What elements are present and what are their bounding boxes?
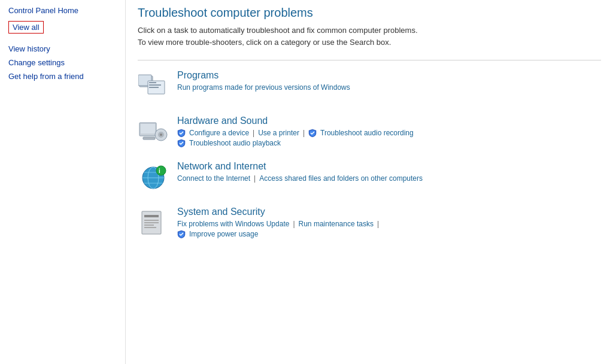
svg-rect-5 [149, 87, 159, 88]
shield-power-icon [177, 230, 186, 238]
page-title: Troubleshoot computer problems [138, 6, 601, 20]
system-security-links: Fix problems with Windows Update | Run m… [177, 220, 601, 228]
sidebar-control-panel-home[interactable]: Control Panel Home [8, 6, 125, 15]
svg-text:i: i [159, 168, 160, 174]
hardware-sound-links: Configure a device | Use a printer | Tro… [177, 129, 601, 137]
category-hardware-sound: Hardware and Sound Configure a device | … [138, 116, 601, 148]
svg-rect-24 [144, 227, 156, 228]
sep4: | [292, 220, 296, 228]
page-description: Click on a task to automatically trouble… [138, 25, 601, 48]
troubleshoot-audio-recording-link[interactable]: Troubleshoot audio recording [320, 129, 414, 137]
sidebar-view-history[interactable]: View history [8, 44, 125, 53]
access-shared-link[interactable]: Access shared files and folders on other… [259, 174, 423, 183]
system-security-info: System and Security Fix problems with Wi… [177, 207, 601, 238]
svg-rect-4 [149, 84, 161, 86]
sep1: | [251, 129, 256, 137]
configure-device-link[interactable]: Configure a device [189, 129, 249, 137]
category-system-security: System and Security Fix problems with Wi… [138, 207, 601, 239]
programs-icon [138, 71, 169, 102]
shield-audio-recording-icon [308, 129, 317, 137]
shield-audio-playback-icon [177, 139, 186, 147]
sep3: | [253, 174, 257, 183]
svg-rect-3 [149, 82, 156, 83]
sep2: | [302, 129, 306, 137]
hardware-sound-icon [138, 117, 169, 148]
hardware-sound-info: Hardware and Sound Configure a device | … [177, 116, 601, 147]
fix-windows-update-link[interactable]: Fix problems with Windows Update [177, 220, 289, 228]
svg-rect-7 [141, 124, 155, 134]
run-maintenance-link[interactable]: Run maintenance tasks [299, 220, 374, 228]
svg-point-10 [160, 134, 162, 136]
network-internet-links: Connect to the Internet | Access shared … [177, 174, 601, 183]
svg-rect-22 [144, 222, 159, 223]
hardware-sound-title[interactable]: Hardware and Sound [177, 116, 601, 126]
use-printer-link[interactable]: Use a printer [258, 129, 299, 137]
hardware-sound-links2: Troubleshoot audio playback [177, 139, 601, 147]
programs-title[interactable]: Programs [177, 70, 601, 81]
system-security-icon [138, 208, 169, 239]
sidebar-view-all[interactable]: View all [8, 21, 44, 34]
category-network-internet: i Network and Internet Connect to the In… [138, 161, 601, 193]
system-security-title[interactable]: System and Security [177, 207, 601, 217]
network-internet-title[interactable]: Network and Internet [177, 161, 601, 172]
sidebar: Control Panel Home View all View history… [0, 0, 126, 364]
sep5: | [376, 220, 380, 228]
svg-rect-20 [144, 215, 159, 217]
improve-power-link[interactable]: Improve power usage [189, 230, 258, 238]
sidebar-get-help[interactable]: Get help from a friend [8, 72, 125, 81]
programs-info: Programs Run programs made for previous … [177, 70, 601, 93]
svg-rect-11 [143, 137, 155, 139]
connect-internet-link[interactable]: Connect to the Internet [177, 174, 250, 183]
network-internet-icon: i [138, 162, 169, 193]
divider [138, 60, 601, 60]
svg-rect-23 [144, 225, 154, 226]
system-security-links2: Improve power usage [177, 230, 601, 238]
category-programs: Programs Run programs made for previous … [138, 70, 601, 102]
sidebar-change-settings[interactable]: Change settings [8, 58, 125, 67]
svg-point-17 [156, 166, 166, 175]
programs-subtitle[interactable]: Run programs made for previous versions … [177, 83, 601, 92]
troubleshoot-audio-playback-link[interactable]: Troubleshoot audio playback [189, 139, 281, 147]
shield-configure-icon [177, 129, 186, 137]
svg-rect-21 [144, 220, 159, 221]
network-internet-info: Network and Internet Connect to the Inte… [177, 161, 601, 183]
main-content: Troubleshoot computer problems Click on … [126, 0, 613, 364]
